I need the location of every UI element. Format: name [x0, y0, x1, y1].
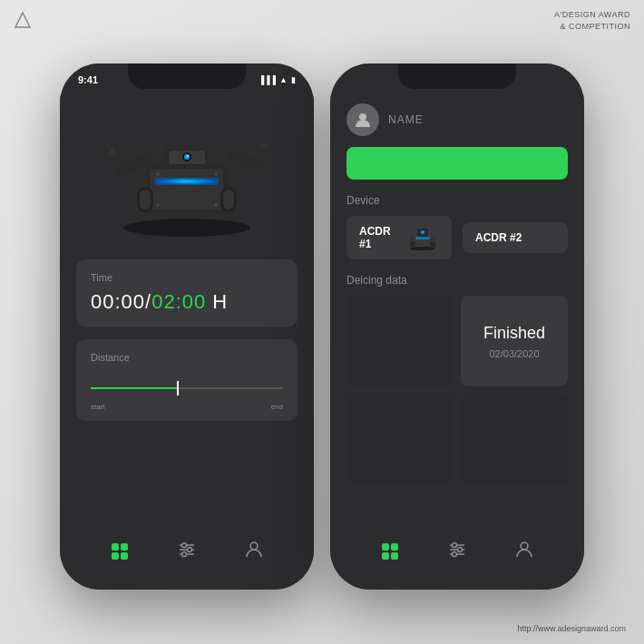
signal-icon: ▐▐▐ [259, 75, 276, 84]
svg-rect-7 [140, 190, 151, 210]
svg-point-23 [214, 203, 218, 207]
nav-grid-icon[interactable] [112, 543, 128, 560]
phone-1: 9:41 ▐▐▐ ▲ ▮ [60, 63, 314, 590]
svg-point-31 [359, 113, 366, 121]
grid2-cell-1 [382, 543, 389, 551]
notch-2 [398, 63, 516, 89]
svg-point-27 [181, 542, 186, 547]
device-row: ACDR #1 [330, 216, 584, 274]
distance-slider[interactable] [91, 377, 283, 399]
nav2-grid-icon[interactable] [382, 543, 398, 560]
phones-container: 9:41 ▐▐▐ ▲ ▮ [18, 36, 626, 617]
svg-point-44 [452, 542, 456, 547]
profile-header: NAME [330, 96, 584, 147]
status-time-1: 9:41 [78, 74, 98, 85]
slider-start-label: start [91, 403, 105, 411]
phone-2: NAME Device ACDR #1 [330, 63, 584, 590]
nav-sliders-icon[interactable] [178, 542, 196, 562]
distance-label: Distance [91, 352, 283, 363]
svg-rect-11 [227, 148, 264, 173]
grid-cell-4 [121, 552, 128, 560]
robot-image [96, 105, 278, 241]
finished-date: 02/03/2020 [489, 348, 539, 359]
slider-thumb [177, 381, 179, 395]
nav-person-icon[interactable] [246, 541, 262, 563]
svg-marker-0 [15, 13, 30, 27]
grid-cell-1 [112, 543, 119, 551]
svg-point-47 [521, 542, 528, 550]
device-1-button[interactable]: ACDR #1 [346, 216, 452, 259]
svg-point-19 [187, 155, 189, 157]
watermark-url: http://www.adesignaward.com [517, 624, 626, 633]
finished-label: Finished [483, 324, 545, 343]
avatar-icon [346, 103, 379, 136]
profile-name: NAME [388, 113, 424, 126]
svg-point-1 [123, 219, 250, 237]
device-2-button[interactable]: ACDR #2 [463, 222, 568, 253]
grid-cell-2 [121, 543, 128, 551]
status-icons-1: ▐▐▐ ▲ ▮ [259, 75, 296, 84]
slider-labels: start end [91, 403, 283, 411]
distance-card: Distance start end [76, 339, 298, 421]
device-2-label: ACDR #2 [475, 231, 522, 244]
battery-icon: ▮ [291, 75, 296, 84]
device-1-label: ACDR #1 [359, 225, 399, 250]
grid-cell-3 [112, 552, 119, 560]
device-section-label: Device [330, 194, 584, 216]
deicing-cell-4 [461, 394, 568, 484]
phone1-content: Time 00:00/02:00 H Distance s [60, 63, 314, 590]
status-bar-1: 9:41 ▐▐▐ ▲ ▮ [78, 71, 296, 89]
slider-end-label: end [271, 403, 283, 411]
svg-point-46 [452, 551, 456, 556]
bottom-nav-2 [330, 532, 584, 571]
watermark-brand: A'DESIGN AWARD & COMPETITION [554, 9, 630, 32]
deicing-cell-1 [346, 296, 454, 386]
grid2-cell-4 [391, 552, 398, 560]
logo [14, 11, 32, 33]
bottom-nav-1 [60, 532, 314, 571]
svg-rect-9 [223, 190, 234, 210]
svg-point-28 [187, 547, 191, 551]
nav2-sliders-icon[interactable] [448, 542, 466, 562]
deicing-grid: Finished 02/03/2020 [330, 296, 584, 484]
deicing-cell-3 [346, 394, 454, 484]
deicing-cell-finished[interactable]: Finished 02/03/2020 [461, 296, 568, 386]
time-unit: H [206, 290, 228, 313]
svg-point-22 [156, 203, 160, 207]
svg-point-18 [184, 154, 190, 160]
time-label: Time [91, 272, 283, 283]
svg-point-21 [214, 172, 218, 176]
nav2-person-icon[interactable] [516, 541, 532, 563]
svg-rect-38 [415, 237, 430, 239]
svg-point-20 [156, 172, 160, 176]
grid2-cell-2 [391, 543, 398, 551]
green-banner [346, 147, 568, 180]
device-1-robot-icon [406, 225, 439, 250]
svg-point-37 [421, 230, 424, 234]
time-card: Time 00:00/02:00 H [76, 259, 298, 327]
svg-rect-3 [151, 169, 223, 210]
time-total: 02:00 [151, 290, 206, 313]
grid2-cell-3 [382, 552, 389, 560]
phone-1-screen: 9:41 ▐▐▐ ▲ ▮ [60, 63, 314, 590]
svg-rect-5 [155, 178, 219, 185]
wifi-icon: ▲ [279, 75, 288, 84]
slider-fill [91, 387, 177, 389]
deicing-section-label: Deicing data [330, 274, 584, 296]
slider-track [91, 387, 283, 389]
time-current: 00:00 [91, 290, 145, 313]
time-value: 00:00/02:00 H [91, 290, 283, 314]
svg-marker-14 [258, 143, 268, 149]
phone2-content: NAME Device ACDR #1 [330, 63, 584, 590]
svg-rect-10 [113, 154, 151, 177]
svg-point-30 [250, 542, 258, 550]
phone-2-screen: NAME Device ACDR #1 [330, 63, 584, 590]
svg-point-29 [181, 551, 186, 556]
svg-point-45 [457, 547, 462, 551]
